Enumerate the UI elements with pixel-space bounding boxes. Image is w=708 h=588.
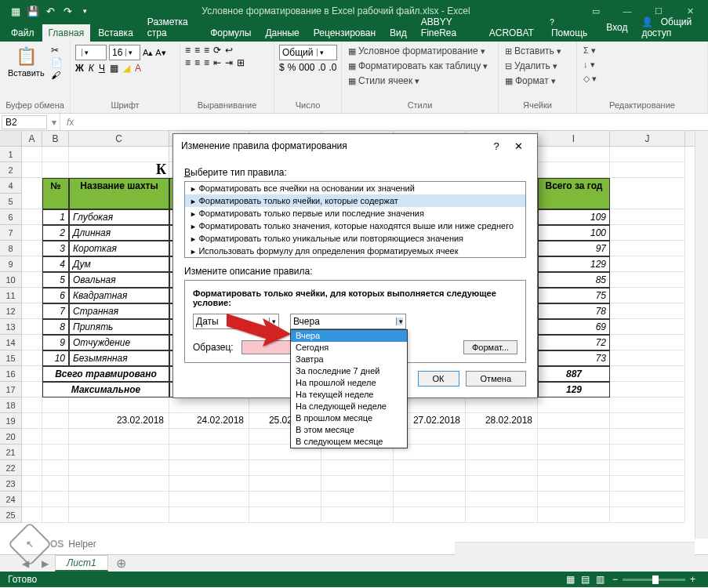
- date-range-dropdown[interactable]: ВчераСегодняЗавтраЗа последние 7 днейНа …: [290, 329, 408, 448]
- cell[interactable]: [321, 460, 394, 476]
- row-header[interactable]: 2: [0, 162, 22, 178]
- cell[interactable]: [169, 429, 249, 445]
- cell[interactable]: [466, 460, 538, 476]
- cell[interactable]: [610, 162, 685, 178]
- row-header[interactable]: 6: [0, 209, 22, 225]
- help-button[interactable]: ? Помощь: [542, 13, 597, 42]
- cell[interactable]: [22, 350, 42, 366]
- fill-button[interactable]: ↓ ▾: [582, 59, 597, 71]
- align-top-icon[interactable]: ≡: [185, 45, 191, 56]
- cell[interactable]: 6: [42, 288, 69, 303]
- cell[interactable]: [69, 507, 169, 523]
- undo-icon[interactable]: ↶: [44, 5, 56, 17]
- fill-color-button[interactable]: ◢: [123, 63, 130, 74]
- italic-button[interactable]: К: [89, 63, 94, 74]
- cell[interactable]: Безымянная: [69, 350, 169, 366]
- cell[interactable]: [538, 492, 610, 507]
- currency-icon[interactable]: $: [279, 62, 285, 73]
- dropdown-option[interactable]: На следующей неделе: [291, 401, 407, 412]
- cell[interactable]: [22, 272, 42, 288]
- orientation-icon[interactable]: ⟳: [213, 45, 221, 56]
- save-icon[interactable]: 💾: [27, 5, 39, 17]
- cell[interactable]: [22, 178, 42, 209]
- cell[interactable]: №: [42, 178, 69, 209]
- dialog-close-button[interactable]: ✕: [507, 140, 529, 152]
- cell[interactable]: [610, 241, 685, 256]
- qat-more-icon[interactable]: ▾: [78, 5, 91, 17]
- cell[interactable]: Максимальное: [42, 382, 169, 397]
- clear-button[interactable]: ◇ ▾: [582, 73, 598, 85]
- cell[interactable]: [610, 507, 685, 523]
- cancel-button[interactable]: Отмена: [466, 371, 526, 387]
- cell[interactable]: [538, 507, 610, 523]
- align-center-icon[interactable]: ≡: [194, 57, 200, 68]
- rule-type-item[interactable]: Форматировать только первые или последни…: [185, 207, 525, 220]
- cell[interactable]: [249, 492, 321, 507]
- cell[interactable]: 9: [42, 335, 69, 350]
- cell[interactable]: Название шахты: [69, 178, 169, 209]
- zoom-in-button[interactable]: +: [685, 574, 700, 585]
- row-header[interactable]: 4: [0, 178, 22, 194]
- cell[interactable]: Всего травмировано: [42, 366, 169, 382]
- delete-cells-button[interactable]: ⊟ Удалить ▾: [503, 60, 559, 72]
- align-left-icon[interactable]: ≡: [185, 57, 191, 68]
- cell[interactable]: [42, 162, 69, 178]
- row-header[interactable]: 5: [0, 194, 22, 209]
- percent-icon[interactable]: %: [288, 62, 296, 73]
- cell[interactable]: [249, 476, 321, 492]
- cell[interactable]: [394, 460, 466, 476]
- cell[interactable]: [610, 288, 685, 303]
- cell[interactable]: [249, 507, 321, 523]
- col-header[interactable]: I: [538, 131, 610, 146]
- cell[interactable]: [394, 507, 466, 523]
- cell[interactable]: 10: [42, 350, 69, 366]
- cell[interactable]: [610, 272, 685, 288]
- name-box[interactable]: B2: [2, 115, 47, 129]
- col-header[interactable]: C: [69, 131, 169, 146]
- tab-abbyy[interactable]: ABBYY FineRea: [415, 13, 481, 42]
- vertical-scrollbar[interactable]: [695, 131, 708, 539]
- cell[interactable]: 7: [42, 303, 69, 319]
- cell[interactable]: 129: [538, 256, 610, 272]
- row-header[interactable]: 17: [0, 382, 22, 397]
- cell[interactable]: [42, 476, 69, 492]
- cell[interactable]: 75: [538, 288, 610, 303]
- name-box-arrow[interactable]: ▾: [49, 117, 60, 128]
- horizontal-scrollbar[interactable]: [455, 542, 695, 555]
- rule-type-item[interactable]: Использовать формулу для определения фор…: [185, 245, 525, 257]
- cell[interactable]: [169, 397, 249, 413]
- ok-button[interactable]: ОК: [418, 371, 459, 387]
- font-size-combo[interactable]: 16▾: [109, 45, 140, 60]
- cell[interactable]: [69, 429, 169, 445]
- cell[interactable]: 1: [42, 209, 69, 225]
- cell[interactable]: [22, 147, 42, 162]
- row-header[interactable]: 18: [0, 397, 22, 413]
- col-header[interactable]: A: [22, 131, 42, 146]
- cell[interactable]: [610, 460, 685, 476]
- cell[interactable]: [69, 147, 169, 162]
- cell[interactable]: [42, 429, 69, 445]
- cell[interactable]: [22, 460, 42, 476]
- cell[interactable]: [538, 397, 610, 413]
- cell[interactable]: Припять: [69, 319, 169, 335]
- cell[interactable]: 129: [538, 382, 610, 397]
- format-button[interactable]: Формат...: [463, 340, 517, 354]
- condition-type-combo[interactable]: Даты▾: [193, 314, 279, 329]
- cell[interactable]: [321, 476, 394, 492]
- cell[interactable]: [466, 492, 538, 507]
- cell[interactable]: [22, 303, 42, 319]
- cell[interactable]: [610, 350, 685, 366]
- tab-layout[interactable]: Разметка стра: [141, 13, 202, 42]
- cell[interactable]: [466, 476, 538, 492]
- row-header[interactable]: 20: [0, 429, 22, 445]
- cell[interactable]: [69, 492, 169, 507]
- autosum-button[interactable]: Σ ▾: [582, 45, 597, 56]
- cell[interactable]: [42, 147, 69, 162]
- cell[interactable]: 28.02.2018: [466, 413, 538, 429]
- col-header[interactable]: B: [42, 131, 69, 146]
- indent-dec-icon[interactable]: ⇤: [213, 57, 221, 68]
- format-painter-icon[interactable]: 🖌: [51, 70, 63, 81]
- dropdown-option[interactable]: На текущей неделе: [291, 389, 407, 401]
- row-header[interactable]: 21: [0, 445, 22, 460]
- cell[interactable]: [610, 445, 685, 460]
